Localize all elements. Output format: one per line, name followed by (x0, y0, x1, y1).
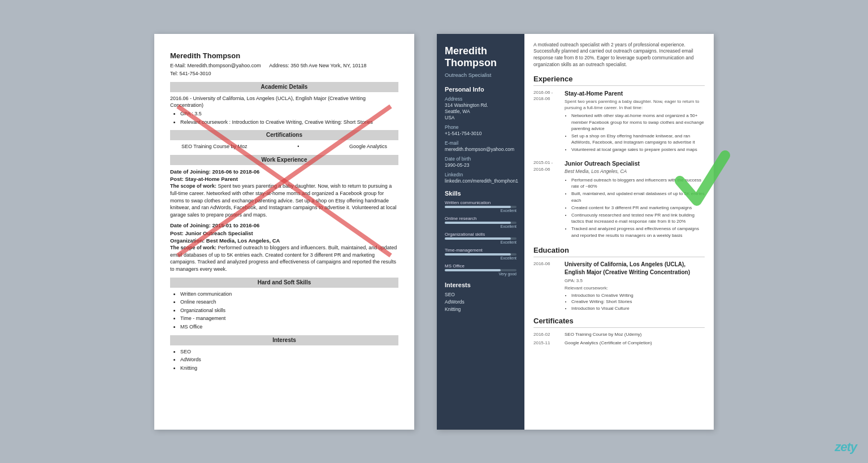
cert-entry-1: 2016-02 SEO Training Course by Moz (Udem… (533, 331, 705, 337)
job-2-scope: The scope of work: Performed outreach to… (170, 244, 398, 272)
dob-value: 1990-05-23 (445, 162, 517, 168)
cert-date-1: 2016-02 (533, 331, 565, 337)
skills-section-title: Skills (445, 190, 517, 197)
address-label: Address (445, 96, 517, 102)
skill-ms-level: Very good (445, 272, 517, 276)
academic-header: Academic Details (170, 82, 398, 92)
edu-body-1: University of California, Los Angeles (U… (565, 261, 705, 311)
skill-ms: MS Office Very good (445, 263, 517, 276)
edu-gpa-1: GPA: 3.5 (565, 278, 705, 284)
skill-online-level: Excellent (445, 224, 517, 228)
experience-section-title: Experience (533, 74, 705, 86)
job-2-post: Post: Junior Outreach Specialist (170, 230, 398, 237)
cert-1: SEO Training Course by Moz (181, 143, 248, 150)
skill-time-bar-bg (445, 253, 517, 256)
skill-org-bar-bg (445, 237, 517, 240)
job-1-date: Date of Joining: 2016-06 to 2018-06 (170, 168, 398, 175)
email-label: E-Mail: (170, 63, 186, 68)
address-value: 350 5th Ave New York, NY, 10118 (290, 63, 366, 68)
exp-job-1: 2016-06 -2018-06 Stay-at-Home Parent Spe… (533, 89, 705, 154)
skill-2: Online research (180, 298, 398, 306)
address-value: 314 Washington Rd.Seattle, WAUSA (445, 102, 517, 121)
course-1: Introduction to Creative Writing (571, 292, 705, 298)
zety-logo: zety (835, 440, 857, 455)
course-2: Creative Writing: Short Stories (571, 298, 705, 305)
phone-value: +1-541-754-3010 (445, 131, 517, 137)
job-2-org: Organization: Best Media, Los Angeles, C… (170, 237, 398, 244)
edu-coursework-bullets: Introduction to Creative Writing Creativ… (571, 292, 705, 311)
skill-time: Time-management Excellent (445, 248, 517, 260)
exp-job-1-bullets: Networked with other stay-at-home moms a… (571, 112, 705, 153)
linkedin-label: LinkedIn (445, 172, 517, 178)
exp-job-2: 2015-01 -2016-06 Junior Outreach Special… (533, 159, 705, 239)
academic-bullets: GPA : 3.5 Relevant coursework : Introduc… (180, 110, 398, 126)
interests-list: SEO AdWords Knitting (180, 348, 398, 372)
exp-job-2-body: Junior Outreach Specialist Best Media, L… (565, 159, 705, 239)
sidebar-firstname: Meredith Thompson (445, 45, 517, 70)
bullet-2-4: Continuously researched and tested new P… (571, 212, 705, 224)
cert-entry-2: 2015-11 Google Analytics (Certificate of… (533, 340, 705, 346)
interest-knitting: Knitting (445, 306, 517, 312)
gpa-item: GPA : 3.5 (180, 110, 398, 118)
address-label: Address: (269, 63, 289, 68)
skill-1: Written communication (180, 291, 398, 298)
skill-time-bar-fill (445, 253, 511, 256)
exp-job-1-title: Stay-at-Home Parent (565, 89, 705, 98)
tel-value: 541-754-3010 (180, 71, 211, 76)
skill-online-bar-fill (445, 222, 511, 224)
coursework-label: Relevant coursework: (565, 285, 705, 291)
tel-label: Tel: (170, 71, 178, 76)
exp-job-2-title: Junior Outreach Specialist (565, 159, 705, 168)
certs-header: Certifications (170, 130, 398, 140)
bullet-2-5: Tracked and analyzed progress and effect… (571, 226, 705, 238)
skill-written-bar-bg (445, 206, 517, 208)
sidebar-jobtitle: Outreach Specialist (445, 72, 517, 78)
certificates-section-title: Certificates (533, 316, 705, 328)
email-value: Meredith.thompson@yahoo.com (188, 63, 261, 68)
skill-online-name: Online research (445, 216, 517, 221)
resume-sidebar: Meredith Thompson Outreach Specialist Pe… (437, 34, 524, 430)
academic-uni: 2016.06 - University of California, Los … (170, 95, 398, 109)
linkedin-value: linkedin.com/meredith_thomphon1 (445, 178, 517, 184)
skill-org: Organizational skills Excellent (445, 232, 517, 244)
skill-4: Time - management (180, 315, 398, 322)
job-2: Date of Joining: 2015-01 to 2016-06 Post… (170, 222, 398, 272)
skills-list: Written communication Online research Or… (180, 291, 398, 331)
skill-org-bar-fill (445, 237, 511, 240)
bullet-2-1: Performed outreach to bloggers and influ… (571, 177, 705, 189)
coursework-item: Relevant coursework : Introduction to Cr… (180, 119, 398, 126)
exp-job-2-bullets: Performed outreach to bloggers and influ… (571, 177, 705, 239)
cert-name-1: SEO Training Course by Moz (Udemy) (565, 331, 642, 337)
cert-2: Google Analytics (349, 143, 387, 150)
skill-ms-bar-bg (445, 269, 517, 271)
job-1-scope: The scope of work: Spent two years paren… (170, 183, 398, 218)
skill-online: Online research Excellent (445, 216, 517, 228)
dob-label: Date of birth (445, 156, 517, 162)
course-3: Introduction to Visual Culture (571, 305, 705, 311)
interests-section-title: Interests (445, 282, 517, 288)
bullet-1-3: Volunteered at local garage sales to pre… (571, 146, 705, 153)
skill-3: Organizational skills (180, 307, 398, 314)
bullet-2-2: Built, maintained, and updated email dat… (571, 191, 705, 203)
exp-job-1-desc: Spent two years parenting a baby daughte… (565, 98, 705, 111)
skill-written: Written communication Excellent (445, 200, 517, 213)
exp-job-2-dates: 2015-01 -2016-06 (533, 159, 565, 239)
bullet-2-3: Created content for 3 different PR and m… (571, 205, 705, 211)
skill-time-name: Time-management (445, 248, 517, 253)
skill-online-bar-bg (445, 222, 517, 224)
edu-entry-1: 2016-06 University of California, Los An… (533, 261, 705, 311)
edu-date-1: 2016-06 (533, 261, 565, 311)
skill-org-level: Excellent (445, 240, 517, 244)
email-value: meredith.thompson@yahoo.com (445, 146, 517, 153)
cert-date-2: 2015-11 (533, 340, 565, 346)
edu-title-1: University of California, Los Angeles (U… (565, 261, 705, 276)
skill-ms-bar-fill (445, 269, 501, 271)
resume-good: Meredith Thompson Outreach Specialist Pe… (437, 34, 714, 430)
interest-seo: SEO (445, 292, 517, 297)
personal-info-section: Personal Info (445, 86, 517, 93)
interests-header: Interests (170, 335, 398, 345)
skill-time-level: Excellent (445, 256, 517, 260)
email-label: E-mail (445, 140, 517, 146)
resume-bad: Meredith Thompson E-Mail: Meredith.thomp… (154, 34, 414, 430)
resume-main-content: A motivated outreach specialist with 2 y… (524, 34, 714, 430)
